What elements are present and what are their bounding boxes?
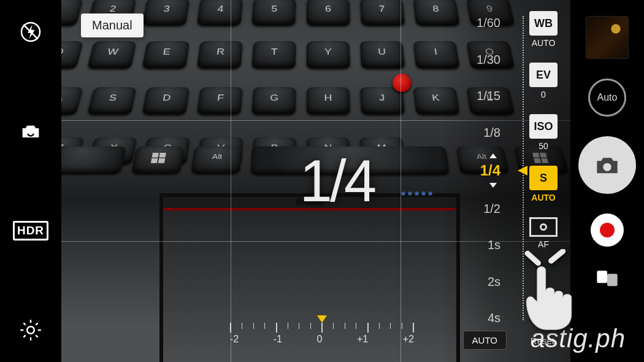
record-button[interactable] bbox=[591, 214, 624, 247]
shutter-speed-readout: 1/4 bbox=[300, 147, 374, 215]
wb-value: AUTO bbox=[527, 38, 560, 48]
ev-ticks bbox=[230, 323, 414, 334]
speed-option-selected[interactable]: 1/4 bbox=[450, 162, 513, 179]
af-value: AF bbox=[527, 239, 560, 249]
flash-off-icon bbox=[18, 20, 43, 44]
camera-icon bbox=[595, 155, 619, 175]
chevron-down-icon bbox=[489, 183, 497, 188]
ev-marker bbox=[317, 315, 327, 323]
ev-value: 0 bbox=[527, 90, 560, 99]
ev-scale[interactable]: -2-1 0+1 +2 bbox=[230, 323, 414, 347]
speed-option[interactable]: 2s bbox=[450, 275, 513, 289]
shutter-value: AUTO bbox=[527, 193, 560, 202]
record-icon bbox=[600, 223, 615, 237]
speed-option[interactable]: 1/60 bbox=[450, 16, 513, 30]
tap-cursor bbox=[515, 249, 583, 337]
speed-option[interactable]: 1s bbox=[450, 238, 513, 252]
left-toolbar: HDR bbox=[0, 0, 61, 362]
wb-box: WB bbox=[529, 11, 558, 36]
param-shutter[interactable]: S AUTO bbox=[527, 166, 560, 202]
mode-tooltip: Manual bbox=[81, 13, 144, 37]
speed-option[interactable]: 4s bbox=[450, 311, 513, 325]
gallery-thumbnail[interactable] bbox=[586, 16, 629, 59]
svg-rect-4 bbox=[597, 271, 607, 283]
manual-params: WB AUTO EV 0 ISO 50 S AUTO AF bbox=[523, 11, 564, 249]
trackpoint-nub bbox=[393, 74, 411, 92]
param-wb[interactable]: WB AUTO bbox=[527, 11, 560, 48]
ev-labels: -2-1 0+1 +2 bbox=[230, 334, 414, 345]
gear-icon bbox=[18, 318, 43, 342]
grid-line bbox=[401, 0, 401, 362]
focus-icon bbox=[531, 217, 556, 237]
shutter-box: S bbox=[529, 166, 558, 190]
svg-line-6 bbox=[527, 253, 539, 263]
svg-line-1 bbox=[23, 25, 37, 39]
hdr-toggle[interactable]: HDR bbox=[16, 216, 45, 245]
chevron-up-icon bbox=[489, 153, 497, 158]
switch-camera-button[interactable] bbox=[16, 117, 45, 146]
iso-value: 50 bbox=[527, 141, 560, 151]
param-af[interactable]: AF bbox=[527, 217, 560, 249]
last-mode-button[interactable] bbox=[592, 266, 622, 290]
mode-label: Auto bbox=[597, 92, 618, 103]
param-ev[interactable]: EV 0 bbox=[527, 63, 560, 99]
ev-box: EV bbox=[529, 63, 558, 87]
svg-rect-5 bbox=[607, 274, 618, 286]
svg-line-7 bbox=[551, 252, 563, 261]
hdr-icon: HDR bbox=[13, 221, 48, 241]
speed-option[interactable]: 1/30 bbox=[450, 53, 513, 67]
switch-camera-icon bbox=[18, 119, 43, 144]
grid-line bbox=[231, 0, 231, 362]
svg-point-3 bbox=[603, 163, 611, 171]
settings-button[interactable] bbox=[16, 315, 45, 345]
speed-option[interactable]: 1/8 bbox=[450, 126, 513, 140]
speed-option[interactable]: 1/15 bbox=[450, 89, 513, 103]
svg-point-2 bbox=[27, 326, 34, 334]
flash-toggle[interactable] bbox=[16, 17, 45, 47]
iso-box: ISO bbox=[529, 114, 558, 139]
switch-icon bbox=[595, 268, 619, 288]
speed-option[interactable]: 1/2 bbox=[450, 202, 513, 216]
shutter-speed-slider[interactable]: 1/60 1/30 1/15 1/8 1/4 1/2 1s 2s 4s bbox=[448, 0, 515, 362]
param-iso[interactable]: ISO 50 bbox=[527, 114, 560, 151]
shutter-button[interactable] bbox=[578, 136, 636, 194]
mode-selector[interactable]: Auto bbox=[588, 79, 626, 117]
